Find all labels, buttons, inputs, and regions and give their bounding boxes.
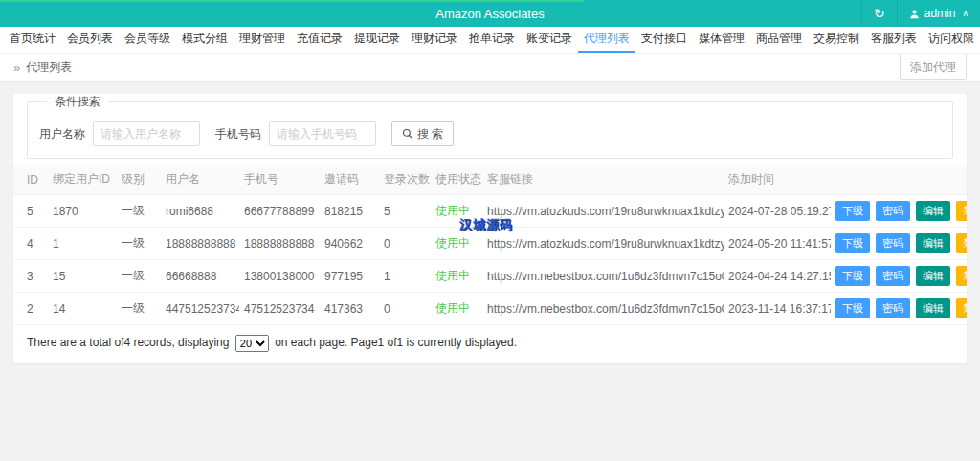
agents-table: ID绑定用户ID级别用户名手机号邀请码登录次数使用状态客服链接添加时间 5187…	[13, 165, 967, 325]
nav-item-5[interactable]: 充值记录	[291, 27, 348, 53]
edit-button[interactable]: 编辑	[916, 298, 950, 318]
nav-item-1[interactable]: 会员列表	[61, 27, 119, 53]
pagination-bar: There are a total of4 records, displayin…	[13, 325, 967, 360]
nav-item-6[interactable]: 提现记录	[348, 27, 406, 53]
nav-item-16[interactable]: 访问权限	[923, 27, 980, 53]
cell-status: 使用中	[431, 228, 482, 260]
actions-cell: 下级密码编辑禁用	[831, 293, 967, 325]
cell-added: 2024-07-28 05:19:27	[724, 195, 831, 228]
edit-button[interactable]: 编辑	[916, 266, 950, 286]
progress-strip	[0, 0, 584, 2]
cell-login_count: 5	[379, 195, 431, 228]
password-button[interactable]: 密码	[876, 298, 910, 318]
cell-id: 3	[13, 260, 48, 293]
nav-item-15[interactable]: 客服列表	[865, 27, 923, 53]
refresh-button[interactable]: ↻	[861, 0, 897, 27]
cell-link: https://vm.atozkuds.com/19ru8urwknuax1kd…	[482, 228, 724, 260]
cell-phone: 13800138000	[239, 260, 320, 293]
cell-added: 2024-05-20 11:41:57	[724, 228, 831, 260]
breadcrumb-bar: » 代理列表 添加代理	[0, 54, 980, 82]
column-header-0: ID	[13, 165, 48, 195]
cell-username: 447512523734	[161, 293, 239, 325]
nav-item-13[interactable]: 商品管理	[750, 27, 808, 53]
cell-invite_code: 417363	[320, 293, 379, 325]
user-icon	[909, 9, 920, 19]
add-agent-button[interactable]: 添加代理	[900, 55, 967, 80]
nav-item-12[interactable]: 媒体管理	[693, 27, 750, 53]
table-row: 315一级66668888138001380009771951使用中https:…	[13, 260, 967, 293]
cell-phone: 18888888888	[239, 228, 320, 260]
search-icon	[402, 128, 413, 140]
cell-invite_code: 977195	[320, 260, 379, 293]
cell-added: 2023-11-14 16:37:17	[724, 293, 831, 325]
cell-bind_user_id: 14	[48, 293, 117, 325]
search-panel-title: 条件搜索	[47, 94, 108, 110]
actions-cell: 下级密码编辑禁用	[831, 260, 967, 293]
disable-button[interactable]: 禁用	[956, 201, 967, 221]
password-button[interactable]: 密码	[876, 233, 910, 253]
subordinate-button[interactable]: 下级	[835, 266, 870, 286]
nav-item-7[interactable]: 理财记录	[406, 27, 463, 53]
nav-item-11[interactable]: 支付接口	[635, 27, 693, 53]
cell-id: 5	[13, 195, 48, 228]
top-header: Amazon Associates ↻ admin ∧	[0, 0, 980, 27]
nav-item-2[interactable]: 会员等级	[119, 27, 176, 53]
search-button-label: 搜 索	[417, 126, 443, 143]
password-button[interactable]: 密码	[876, 266, 910, 286]
nav-item-3[interactable]: 模式分组	[176, 27, 234, 53]
pagination-text-before: There are a total of4 records, displayin…	[27, 336, 229, 349]
cell-invite_code: 818215	[320, 195, 379, 228]
table-row: 214一级447512523734475125237344173630使用中ht…	[13, 293, 967, 325]
column-header-4: 手机号	[239, 165, 320, 195]
breadcrumb: 代理列表	[26, 59, 72, 76]
subordinate-button[interactable]: 下级	[835, 201, 870, 221]
search-panel: 条件搜索 用户名称 手机号码 搜 索	[27, 94, 953, 159]
agent-list-card: 条件搜索 用户名称 手机号码 搜 索 ID绑定用户ID级别用户名手机号	[13, 94, 967, 363]
cell-phone: 66677788899	[239, 195, 320, 228]
cell-login_count: 0	[379, 228, 431, 260]
cell-username: 66668888	[161, 260, 239, 293]
phone-field-group: 手机号码	[215, 121, 376, 146]
table-row: 51870一级romi6688666777888998182155使用中http…	[13, 195, 967, 228]
main-nav: 首页统计会员列表会员等级模式分组理财管理充值记录提现记录理财记录抢单记录账变记录…	[0, 27, 980, 54]
page-size-select[interactable]: 20	[235, 335, 269, 352]
pagination-text-after: on each page. Page1 of1 is currently dis…	[275, 336, 517, 349]
cell-status: 使用中	[431, 293, 482, 325]
cell-invite_code: 940662	[320, 228, 379, 260]
chevron-up-icon: ∧	[962, 9, 969, 18]
password-button[interactable]: 密码	[876, 201, 910, 221]
cell-id: 4	[13, 228, 48, 260]
cell-level: 一级	[117, 195, 161, 228]
cell-level: 一级	[117, 260, 161, 293]
edit-button[interactable]: 编辑	[916, 201, 950, 221]
cell-status: 使用中	[431, 195, 482, 228]
app-title: Amazon Associates	[0, 7, 980, 21]
search-button[interactable]: 搜 索	[391, 121, 454, 146]
table-row: 41一级18888888888188888888889406620使用中http…	[13, 228, 967, 260]
refresh-icon: ↻	[874, 7, 885, 20]
nav-item-0[interactable]: 首页统计	[4, 27, 61, 53]
subordinate-button[interactable]: 下级	[835, 233, 870, 253]
nav-item-4[interactable]: 理财管理	[234, 27, 291, 53]
disable-button[interactable]: 禁用	[956, 233, 967, 253]
column-header-3: 用户名	[161, 165, 239, 195]
user-menu-button[interactable]: admin ∧	[897, 0, 980, 27]
nav-item-10[interactable]: 代理列表	[578, 27, 635, 53]
edit-button[interactable]: 编辑	[916, 233, 950, 253]
column-header-1: 绑定用户ID	[48, 165, 117, 195]
disable-button[interactable]: 禁用	[956, 266, 967, 286]
actions-cell: 下级密码编辑禁用	[831, 195, 967, 228]
disable-button[interactable]: 禁用	[956, 298, 967, 318]
column-header-9: 添加时间	[724, 165, 831, 195]
cell-username: 18888888888	[161, 228, 239, 260]
nav-item-8[interactable]: 抢单记录	[463, 27, 521, 53]
phone-input[interactable]	[269, 121, 376, 146]
nav-item-9[interactable]: 账变记录	[521, 27, 578, 53]
column-header-2: 级别	[117, 165, 161, 195]
subordinate-button[interactable]: 下级	[835, 298, 870, 318]
username-input[interactable]	[93, 121, 200, 146]
column-header-7: 使用状态	[431, 165, 482, 195]
nav-item-14[interactable]: 交易控制	[808, 27, 865, 53]
column-header-6: 登录次数	[379, 165, 431, 195]
column-header-5: 邀请码	[320, 165, 379, 195]
